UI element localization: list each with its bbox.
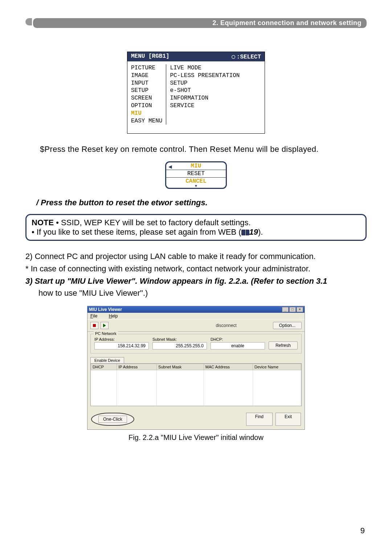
play-button[interactable] <box>101 322 109 329</box>
bottom-bar: One-Click Find Exit <box>87 409 305 429</box>
device-table: DHCP IP Address Subnet Mask MAC Address … <box>91 364 301 406</box>
osd-item: IMAGE <box>131 72 162 80</box>
note-line2a: • If you like to set these items, please… <box>32 227 241 236</box>
osd-select-label: :SELECT <box>232 53 261 60</box>
arrow-left-icon: ◀ <box>168 163 172 170</box>
step-press-end: settings. <box>175 198 207 207</box>
arrow-down-icon: ▼ <box>166 185 226 188</box>
osd-item: EASY MENU <box>131 117 162 125</box>
para-2b: * In case of connecting with existing ne… <box>25 263 367 274</box>
step-press-prefix: / Press the <box>36 198 79 207</box>
reset-menu: ◀ MIU RESET CANCEL ▼ <box>165 161 227 189</box>
figure-caption: Fig. 2.2.a "MIU Live Viewer" initial win… <box>25 433 367 442</box>
para-2: 2) Connect PC and projector using LAN ca… <box>25 251 367 262</box>
reset-menu-reset: RESET <box>166 170 226 178</box>
osd-item: PC-LESS PRESENTATION <box>170 72 240 80</box>
para-3c: how to use "MIU Live Viewer".) <box>38 288 367 299</box>
note-line1: • SSID, WEP KEY will be set to factory d… <box>54 218 250 227</box>
ip-col: IP Address: 158.214.32.99 <box>94 337 149 349</box>
step-press-mid2: etwor <box>151 198 173 207</box>
para-3: 3) Start up "MIU Live Viewer". Window ap… <box>25 276 367 287</box>
maximize-button[interactable]: □ <box>289 307 296 312</box>
osd-item: LIVE MODE <box>170 64 240 72</box>
para-3b: to section 3.1 <box>276 276 327 286</box>
osd-item: SERVICE <box>170 102 240 110</box>
table-row <box>91 385 301 391</box>
table-row <box>91 396 301 401</box>
stop-icon <box>93 324 96 327</box>
menubar: File Help <box>87 313 305 319</box>
th-dhcp[interactable]: DHCP <box>91 364 117 370</box>
osd-item: SETUP <box>131 87 162 94</box>
dhcp-label: DHCP: <box>211 337 265 341</box>
dhcp-col: DHCP: enable <box>211 337 265 349</box>
th-mask[interactable]: Subnet Mask <box>157 364 204 370</box>
osd-item: e-SHOT <box>170 87 240 94</box>
reset-menu-title: ◀ MIU <box>166 162 226 170</box>
close-button[interactable]: × <box>297 307 303 312</box>
refresh-button[interactable]: Refresh <box>269 341 298 349</box>
osd-menu-title: MENU [RGB1] <box>131 53 170 60</box>
note-line2b: ). <box>258 227 263 236</box>
table-row <box>91 370 301 375</box>
note-box: NOTE • SSID, WEP KEY will be set to fact… <box>25 214 367 241</box>
exit-button[interactable]: Exit <box>275 413 301 426</box>
section-title: 2. Equipment connection and network sett… <box>33 18 367 28</box>
section-header: 2. Equipment connection and network sett… <box>25 18 367 28</box>
reset-menu-cancel: CANCEL <box>166 178 226 185</box>
th-name[interactable]: Device Name <box>253 364 301 370</box>
window-controls: _ □ × <box>282 307 303 312</box>
osd-item: INFORMATION <box>170 94 240 102</box>
osd-item-selected: MIU <box>131 110 162 117</box>
osd-menu-left: PICTURE IMAGE INPUT SETUP SCREEN OPTION … <box>127 64 166 125</box>
bottom-buttons: Find Exit <box>246 413 301 426</box>
step-reset-text: $Press the Reset key on remote control. … <box>40 145 367 154</box>
osd-item: INPUT <box>131 80 162 87</box>
ip-value: 158.214.32.99 <box>94 342 149 349</box>
dhcp-value: enable <box>211 342 265 349</box>
osd-menu: MENU [RGB1] :SELECT PICTURE IMAGE INPUT … <box>127 52 265 134</box>
pc-network-row: IP Address: 158.214.32.99 Subnet Mask: 2… <box>94 337 298 349</box>
step-press-mid: button to reset the <box>79 198 151 207</box>
oneclick-button[interactable]: One-Click <box>98 416 127 423</box>
osd-item: OPTION <box>131 102 162 110</box>
tabs: Enable Device <box>90 357 302 363</box>
stop-button[interactable] <box>90 322 98 329</box>
th-mac[interactable]: MAC Address <box>204 364 253 370</box>
note-ref: 19 <box>249 227 258 236</box>
pc-network-label: PC Network <box>94 331 118 336</box>
pc-network-group: PC Network IP Address: 158.214.32.99 Sub… <box>90 334 302 353</box>
osd-menu-right: LIVE MODE PC-LESS PRESENTATION SETUP e-S… <box>166 64 243 125</box>
mask-value: 255.255.255.0 <box>152 342 207 349</box>
menu-file[interactable]: File <box>90 314 102 319</box>
table-row <box>91 391 301 396</box>
osd-item: PICTURE <box>131 64 162 72</box>
device-table-wrap: DHCP IP Address Subnet Mask MAC Address … <box>90 363 302 406</box>
th-ip[interactable]: IP Address <box>117 364 157 370</box>
find-button[interactable]: Find <box>246 413 273 426</box>
table-row <box>91 380 301 385</box>
section-dot <box>25 18 32 25</box>
window-title: MIU Live Viewer <box>89 307 122 312</box>
para-3a: 3) Start up "MIU Live Viewer". Window ap… <box>25 276 276 286</box>
reset-menu-title-text: MIU <box>191 163 201 169</box>
tab-enable-device[interactable]: Enable Device <box>90 357 124 363</box>
table-row <box>91 375 301 380</box>
ip-label: IP Address: <box>94 337 149 341</box>
option-button[interactable]: Option... <box>273 322 302 329</box>
live-viewer-window: MIU Live Viewer _ □ × File Help disconne… <box>87 306 305 430</box>
osd-item: SCREEN <box>131 94 162 102</box>
connection-status: disconnect <box>182 323 271 328</box>
oneclick-highlight: One-Click <box>91 413 134 426</box>
play-icon <box>103 324 106 327</box>
toolbar: disconnect Option... <box>87 319 305 332</box>
osd-item: SETUP <box>170 80 240 87</box>
mask-col: Subnet Mask: 255.255.255.0 <box>152 337 207 349</box>
table-row <box>91 401 301 406</box>
menu-help[interactable]: Help <box>109 314 123 319</box>
step-press-text: / Press the button to reset the etwor se… <box>36 198 367 207</box>
note-label: NOTE <box>32 218 54 227</box>
minimize-button[interactable]: _ <box>282 307 289 312</box>
mask-label: Subnet Mask: <box>152 337 207 341</box>
titlebar: MIU Live Viewer _ □ × <box>87 306 305 313</box>
